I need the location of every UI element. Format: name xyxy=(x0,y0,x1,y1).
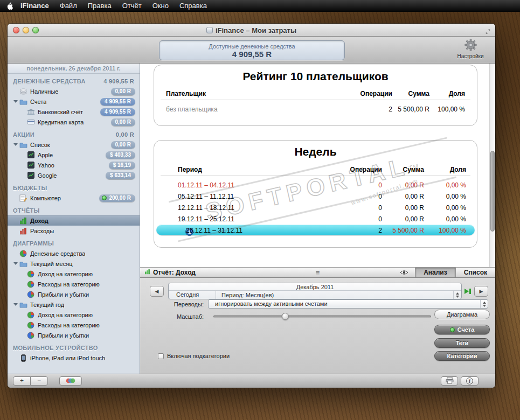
tab-list[interactable]: Список xyxy=(455,268,495,277)
sidebar-item-label: Кредитная карта xyxy=(38,119,84,125)
sidebar-item-month-income-by-category[interactable]: Доход на категорию xyxy=(8,269,140,279)
transfers-dropdown[interactable]: игнорировать между активными счетами xyxy=(208,299,488,309)
scale-slider[interactable] xyxy=(213,316,431,318)
manage-button[interactable] xyxy=(59,376,82,386)
sidebar-item-label: Google xyxy=(38,172,57,179)
sidebar-item-income-report[interactable]: Доход xyxy=(8,215,140,226)
bank-icon xyxy=(26,108,35,116)
scale-label: Масштаб: xyxy=(140,313,204,320)
fullscreen-icon[interactable] xyxy=(485,27,491,37)
menu-help[interactable]: Справка xyxy=(174,0,212,12)
sidebar-item-stock-google[interactable]: Google $ 633,14 xyxy=(8,170,140,180)
settings-button[interactable]: Настройки xyxy=(453,38,488,59)
disclosure-triangle[interactable] xyxy=(13,143,18,146)
include-subcategories-label: Включая подкатегории xyxy=(167,353,230,359)
amount-badge: 4 909,55 R xyxy=(100,98,135,106)
next-period-button[interactable]: ▶ xyxy=(474,286,488,297)
sidebar-item-month-expenses-by-category[interactable]: Расходы на категорию xyxy=(8,279,140,289)
play-forward-icon[interactable] xyxy=(464,289,471,294)
accounts-toggle-button[interactable]: Счета xyxy=(434,325,490,334)
sidebar-item-bank-account[interactable]: Банковский счёт 4 909,55 R xyxy=(8,107,140,117)
print-button[interactable] xyxy=(441,376,458,386)
sidebar-item-year-expenses-by-category[interactable]: Расходы на категорию xyxy=(8,320,140,330)
mini-chart-icon xyxy=(144,269,150,276)
table-row-selected[interactable]: 1 26.12.11 – 31.12.11 2 5 500,00 R 100,0… xyxy=(154,225,477,236)
previous-period-button[interactable]: ◀ xyxy=(150,286,164,297)
today-button[interactable]: Сегодня xyxy=(169,291,216,299)
sidebar-item-expenses-report[interactable]: Расходы xyxy=(8,226,140,236)
menu-window[interactable]: Окно xyxy=(147,0,174,12)
menu-file[interactable]: Файл xyxy=(54,0,82,12)
sidebar-item-budget-computer[interactable]: Компьютер 200,00 R xyxy=(8,193,140,203)
add-button[interactable]: + xyxy=(13,376,31,386)
sidebar-item-month-profit-loss[interactable]: Прибыли и убытки xyxy=(8,289,140,299)
sidebar-section-reports: ОТЧЁТЫ xyxy=(8,206,140,215)
sidebar-date-header: понедельник, 26 декабря 2011 г. xyxy=(8,64,140,74)
pie-chart-icon xyxy=(26,291,35,298)
sidebar-item-stock-list[interactable]: Список 0,00 R xyxy=(8,139,140,150)
menu-edit[interactable]: Правка xyxy=(82,0,117,12)
eye-icon[interactable] xyxy=(400,270,408,275)
close-button[interactable] xyxy=(13,27,19,33)
sidebar-item-year-profit-loss[interactable]: Прибыли и убытки xyxy=(8,330,140,340)
tab-analysis[interactable]: Анализ xyxy=(415,268,455,277)
sidebar-item-cash[interactable]: Наличные 0,00 R xyxy=(8,86,140,96)
sidebar-item-label: Расходы на категорию xyxy=(38,322,100,328)
amount-badge: 0,00 R xyxy=(111,118,135,126)
available-funds-box: Доступные денежные средства 4 909,55 R xyxy=(159,40,345,60)
menu-report[interactable]: Отчёт xyxy=(117,0,147,12)
dropdown-stepper[interactable] xyxy=(480,300,488,308)
desktop: iFinance Файл Правка Отчёт Окно Справка … xyxy=(0,0,520,420)
diagram-button[interactable]: Диаграмма xyxy=(434,310,490,319)
scrollbar-thumb[interactable] xyxy=(490,151,495,232)
sidebar-item-accounts[interactable]: Счета 4 909,55 R xyxy=(8,96,140,107)
slider-knob[interactable] xyxy=(282,313,289,320)
sidebar-item-diagram-money[interactable]: Денежные средства xyxy=(8,248,140,258)
amount-badge: $ 633,14 xyxy=(106,172,135,179)
period-stepper[interactable] xyxy=(453,291,461,299)
app-window: iFinance – Мои затраты Доступные денежны… xyxy=(8,24,495,388)
include-subcategories-checkbox[interactable] xyxy=(158,353,164,359)
table-row[interactable]: 01.12.11 – 04.12.11 0 0,00 R 0,00 % xyxy=(154,179,477,191)
pie-chart-icon xyxy=(26,332,35,339)
minimize-button[interactable] xyxy=(23,27,29,33)
zoom-button[interactable] xyxy=(32,27,39,33)
include-subcategories-row[interactable]: Включая подкатегории xyxy=(158,353,230,359)
sidebar-item-label: Счета xyxy=(30,99,46,105)
folder-icon xyxy=(19,141,27,149)
disclosure-triangle[interactable] xyxy=(13,100,18,103)
main-content: Рейтинг 10 плательщиков Плательщик Опера… xyxy=(140,64,495,374)
amount-badge: $ 403,33 xyxy=(106,151,135,159)
apple-menu-icon[interactable] xyxy=(5,2,14,10)
title-bar[interactable]: iFinance – Мои затраты xyxy=(8,24,495,37)
tags-toggle-button[interactable]: Теги xyxy=(434,338,490,348)
period-selector[interactable]: Период: Месяц(ев) xyxy=(216,292,453,298)
sidebar-section-mobile: МОБИЛЬНОЕ УСТРОЙСТВО xyxy=(8,344,140,353)
sidebar-item-year-income-by-category[interactable]: Доход на категорию xyxy=(8,310,140,320)
printer-icon xyxy=(446,376,454,386)
info-button[interactable]: i xyxy=(461,376,479,386)
date-range-box[interactable]: Декабрь 2011 Сегодня Период: Месяц(ев) xyxy=(168,283,462,299)
colored-dots-icon xyxy=(65,376,76,386)
disclosure-triangle[interactable] xyxy=(13,262,18,265)
menu-app-name[interactable]: iFinance xyxy=(15,0,54,12)
disclosure-triangle[interactable] xyxy=(13,303,18,306)
table-row[interactable]: 12.12.11 – 18.12.11 0 0,00 R 0,00 % xyxy=(154,202,477,213)
categories-toggle-button[interactable]: Категории xyxy=(434,351,490,361)
vertical-scrollbar[interactable] xyxy=(489,64,495,267)
sidebar-item-stock-yahoo[interactable]: Yahoo $ 16,19 xyxy=(8,160,140,170)
sidebar-item-stock-apple[interactable]: Apple $ 403,33 xyxy=(8,150,140,160)
splitter-handle[interactable]: ≡ xyxy=(316,269,320,277)
table-row[interactable]: без плательщика 2 5 500,00 R 100,00 % xyxy=(154,103,477,115)
sidebar-item-current-year[interactable]: Текущий год xyxy=(8,299,140,310)
amount-badge: $ 16,19 xyxy=(109,162,135,169)
sidebar-item-credit-card[interactable]: Кредитная карта 0,00 R xyxy=(8,117,140,127)
sidebar-item-current-month[interactable]: Текущий месяц xyxy=(8,258,140,269)
table-row[interactable]: 05.12.11 – 11.12.11 0 0,00 R 0,00 % xyxy=(154,191,477,202)
green-dot-icon xyxy=(102,195,107,200)
table-row[interactable]: 19.12.11 – 25.12.11 0 0,00 R 0,00 % xyxy=(154,213,477,225)
remove-button[interactable]: − xyxy=(30,376,48,386)
sidebar-item-label: Расходы на категорию xyxy=(38,281,100,288)
divider xyxy=(161,100,470,100)
sidebar-item-iphone[interactable]: iPhone, iPad или iPod touch xyxy=(8,353,140,363)
